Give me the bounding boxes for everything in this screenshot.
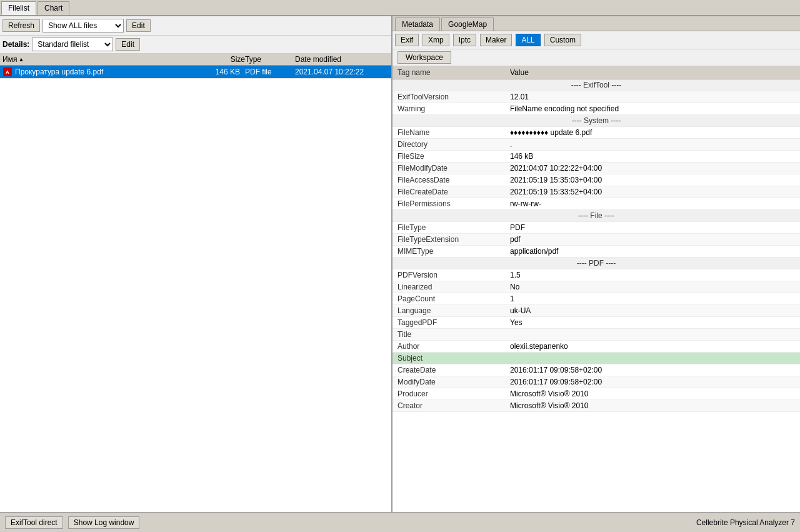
table-row[interactable]: ProducerMicrosoft® Visio® 2010 — [392, 388, 800, 400]
col-header-size[interactable]: Size — [201, 55, 245, 64]
meta-value-cell: uk-UA — [505, 305, 800, 317]
table-row[interactable]: CreateDate2016:01:17 09:09:58+02:00 — [392, 364, 800, 376]
meta-key-cell: MIMEType — [392, 246, 505, 258]
maker-button[interactable]: Maker — [480, 34, 512, 46]
meta-key-cell: PDFVersion — [392, 269, 505, 281]
col-header-type[interactable]: Type — [245, 55, 295, 64]
section-header-cell: ---- File ---- — [392, 210, 800, 222]
meta-value-cell: 2016:01:17 09:09:58+02:00 — [505, 364, 800, 376]
main-container: Refresh Show ALL files Edit Details: Sta… — [0, 16, 800, 514]
table-row[interactable]: LinearizedNo — [392, 281, 800, 293]
table-row[interactable]: Subject — [392, 353, 800, 364]
meta-key-cell: Subject — [392, 353, 505, 364]
tab-filelist[interactable]: Filelist — [1, 1, 36, 15]
meta-value-cell: 1.5 — [505, 269, 800, 281]
meta-button-row: Exif Xmp Iptc Maker ALL Custom — [392, 31, 800, 49]
table-row[interactable]: FileSize146 kB — [392, 151, 800, 163]
meta-key-cell: Language — [392, 305, 505, 317]
status-text: Cellebrite Physical Analyzer 7 — [696, 518, 795, 527]
table-row[interactable]: FileTypePDF — [392, 222, 800, 234]
meta-key-cell: Creator — [392, 400, 505, 412]
bottom-bar: ExifTool direct Show Log window Cellebri… — [0, 512, 800, 532]
col-header-tag-name: Tag name — [392, 66, 505, 79]
meta-value-cell: application/pdf — [505, 246, 800, 258]
toolbar-row-1: Refresh Show ALL files Edit — [0, 16, 391, 36]
table-row[interactable]: ---- ExifTool ---- — [392, 79, 800, 91]
table-row[interactable]: Title — [392, 329, 800, 341]
meta-value-cell: rw-rw-rw- — [505, 198, 800, 210]
table-row[interactable]: ExifToolVersion12.01 — [392, 91, 800, 103]
tab-metadata[interactable]: Metadata — [395, 18, 440, 31]
meta-value-cell — [505, 329, 800, 341]
table-row[interactable]: PDFVersion1.5 — [392, 269, 800, 281]
exiftool-direct-button[interactable]: ExifTool direct — [5, 516, 63, 529]
metadata-table: Tag name Value ---- ExifTool ----ExifToo… — [392, 66, 800, 514]
table-row[interactable]: ModifyDate2016:01:17 09:09:58+02:00 — [392, 376, 800, 388]
meta-value-cell: olexii.stepanenko — [505, 341, 800, 353]
table-row[interactable]: Directory. — [392, 139, 800, 151]
table-row[interactable]: MIMETypeapplication/pdf — [392, 246, 800, 258]
table-row[interactable]: FilePermissionsrw-rw-rw- — [392, 198, 800, 210]
section-header-cell: ---- ExifTool ---- — [392, 79, 800, 91]
meta-value-cell: Yes — [505, 317, 800, 329]
table-row[interactable]: Authorolexii.stepanenko — [392, 341, 800, 353]
table-row[interactable]: CreatorMicrosoft® Visio® 2010 — [392, 400, 800, 412]
edit-button-2[interactable]: Edit — [116, 38, 140, 51]
tab-googlemap[interactable]: GoogleMap — [441, 18, 494, 31]
meta-value-cell: No — [505, 281, 800, 293]
table-row[interactable]: FileAccessDate2021:05:19 15:35:03+04:00 — [392, 174, 800, 186]
xmp-button[interactable]: Xmp — [422, 34, 449, 46]
meta-value-cell: PDF — [505, 222, 800, 234]
edit-button-1[interactable]: Edit — [126, 19, 151, 32]
table-row[interactable]: FileTypeExtensionpdf — [392, 234, 800, 246]
col-header-date[interactable]: Date modified — [295, 55, 389, 64]
table-row[interactable]: FileName♦♦♦♦♦♦♦♦♦♦ update 6.pdf — [392, 127, 800, 139]
meta-value-cell: Microsoft® Visio® 2010 — [505, 388, 800, 400]
meta-key-cell: CreateDate — [392, 364, 505, 376]
right-meta-tab-bar: Metadata GoogleMap — [392, 16, 800, 31]
col-header-name[interactable]: Имя ▲ — [2, 55, 201, 64]
table-row[interactable]: PageCount1 — [392, 293, 800, 305]
meta-value-cell: ♦♦♦♦♦♦♦♦♦♦ update 6.pdf — [505, 127, 800, 139]
meta-key-cell: PageCount — [392, 293, 505, 305]
sort-arrow-icon: ▲ — [18, 56, 24, 63]
details-label: Details: — [2, 40, 29, 49]
meta-value-cell: 146 kB — [505, 151, 800, 163]
standard-filelist-dropdown[interactable]: Standard filelist — [32, 38, 113, 51]
refresh-button[interactable]: Refresh — [2, 19, 40, 32]
meta-key-cell: FileTypeExtension — [392, 234, 505, 246]
show-log-button[interactable]: Show Log window — [68, 516, 140, 529]
meta-value-cell: 2021:05:19 15:33:52+04:00 — [505, 186, 800, 198]
table-row[interactable]: WarningFileName encoding not specified — [392, 103, 800, 115]
meta-key-cell: FileCreateDate — [392, 186, 505, 198]
meta-key-cell: Warning — [392, 103, 505, 115]
top-tab-bar: Filelist Chart — [0, 0, 800, 16]
meta-value-cell: 2016:01:17 09:09:58+02:00 — [505, 376, 800, 388]
table-row[interactable]: Languageuk-UA — [392, 305, 800, 317]
meta-key-cell: TaggedPDF — [392, 317, 505, 329]
show-dropdown[interactable]: Show ALL files — [42, 19, 124, 33]
file-type-icon: A — [2, 67, 12, 77]
meta-value-cell: . — [505, 139, 800, 151]
meta-key-cell: Title — [392, 329, 505, 341]
meta-value-cell: 2021:04:07 10:22:22+04:00 — [505, 163, 800, 174]
right-panel: Metadata GoogleMap Exif Xmp Iptc Maker A… — [392, 16, 800, 514]
tab-chart[interactable]: Chart — [38, 1, 69, 15]
table-row[interactable]: FileModifyDate2021:04:07 10:22:22+04:00 — [392, 163, 800, 174]
exif-button[interactable]: Exif — [395, 34, 419, 46]
table-row[interactable]: FileCreateDate2021:05:19 15:33:52+04:00 — [392, 186, 800, 198]
table-row[interactable]: ---- PDF ---- — [392, 258, 800, 269]
meta-key-cell: FilePermissions — [392, 198, 505, 210]
table-row[interactable]: ---- System ---- — [392, 115, 800, 127]
custom-button[interactable]: Custom — [544, 34, 581, 46]
table-row[interactable]: TaggedPDFYes — [392, 317, 800, 329]
all-button[interactable]: ALL — [516, 34, 540, 46]
iptc-button[interactable]: Iptc — [453, 34, 476, 46]
section-header-cell: ---- PDF ---- — [392, 258, 800, 269]
meta-key-cell: FileModifyDate — [392, 163, 505, 174]
col-header-value: Value — [505, 66, 800, 79]
workspace-button[interactable]: Workspace — [398, 51, 451, 64]
table-row[interactable]: A Прокуратура update 6.pdf 146 KB PDF fi… — [0, 66, 391, 79]
meta-key-cell: Linearized — [392, 281, 505, 293]
table-row[interactable]: ---- File ---- — [392, 210, 800, 222]
